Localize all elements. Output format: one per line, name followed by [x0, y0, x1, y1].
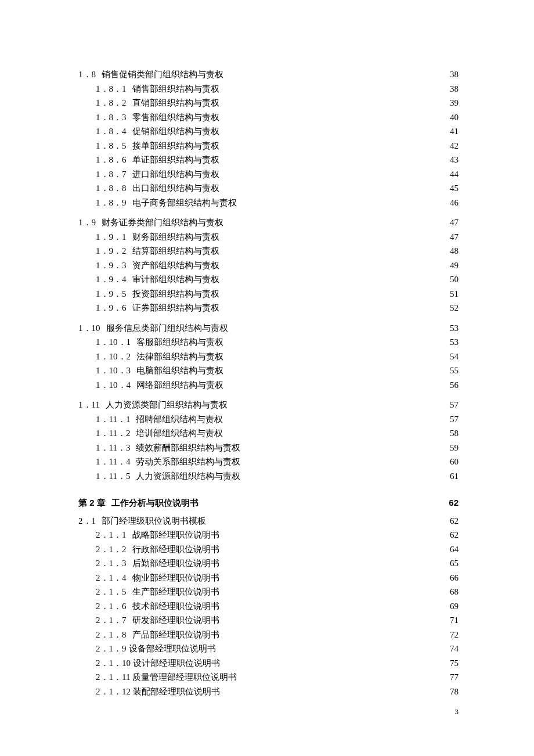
toc-entry-page: 38: [450, 82, 459, 96]
toc-group-gap: [78, 392, 459, 398]
toc-entry-title: 后勤部经理职位说明书: [132, 556, 219, 571]
toc-entry-page: 64: [450, 542, 459, 557]
toc-entry: 2．1．7研发部经理职位说明书71: [96, 613, 459, 628]
toc-entry: 2．1．11质量管理部经理职位说明书77: [96, 670, 459, 685]
toc-entry-page: 74: [450, 642, 459, 656]
toc-entry-page: 56: [450, 378, 459, 393]
toc-entry-number: 1．11．2: [96, 426, 130, 441]
toc-entry-title: 电脑部组织结构与责权: [136, 363, 223, 378]
toc-entry: 2．1．10设计部经理职位说明书75: [96, 656, 459, 671]
toc-entry-title: 培训部组织结构与责权: [136, 426, 223, 441]
toc-entry-title: 战略部经理职位说明书: [132, 528, 219, 542]
toc-entry-page: 53: [450, 321, 459, 336]
toc-entry: 1．8．2直销部组织结构与责权39: [96, 96, 459, 110]
toc-entry: 2．1．2行政部经理职位说明书64: [96, 542, 459, 557]
toc-entry: 1．9．2结算部组织结构与责权48: [96, 244, 459, 258]
toc-entry: 2．1．3后勤部经理职位说明书65: [96, 556, 459, 571]
toc-entry-title: 财务部组织结构与责权: [132, 230, 219, 244]
toc-entry-number: 2．1: [78, 514, 96, 528]
toc-entry-title: 资产部组织结构与责权: [132, 258, 219, 273]
toc-entry-title: 装配部经理职位说明书: [133, 685, 220, 699]
toc-entry-number: 1．9．3: [96, 258, 127, 273]
toc-entry-page: 72: [450, 628, 459, 642]
toc-entry-number: 1．10．2: [96, 350, 131, 364]
toc-entry: 2．1．1战略部经理职位说明书62: [96, 528, 459, 542]
toc-entry: 1．11人力资源类部门组织结构与责权57: [78, 398, 459, 412]
toc-entry: 1．8．7进口部组织结构与责权44: [96, 167, 459, 182]
toc-entry-number: 2．1．1: [96, 528, 127, 542]
toc-entry: 1．8．8出口部组织结构与责权45: [96, 181, 459, 196]
toc-entry-number: 1．9．1: [96, 230, 127, 244]
toc-entry-number: 1．8．2: [96, 96, 127, 110]
toc-entry: 1．9．1财务部组织结构与责权47: [96, 230, 459, 244]
toc-entry-title: 质量管理部经理职位说明书: [132, 670, 237, 685]
toc-entry-title: 投资部组织结构与责权: [132, 287, 219, 301]
toc-group-gap: [78, 315, 459, 321]
toc-entry-page: 55: [450, 363, 459, 378]
toc-entry-number: 1．8．7: [96, 167, 127, 182]
toc-group-gap: [78, 210, 459, 215]
toc-entry-page: 53: [450, 335, 459, 350]
toc-entry-page: 39: [450, 96, 459, 110]
toc-entry-page: 45: [450, 181, 459, 196]
toc-entry-number: 2．1．9: [96, 642, 127, 656]
document-page: 1．8销售促销类部门组织结构与责权381．8．1销售部组织结构与责权381．8．…: [0, 0, 534, 756]
toc-entry-page: 75: [450, 656, 459, 671]
toc-entry: 1．11．4劳动关系部组织结构与责权60: [96, 455, 459, 469]
toc-entry-number: 1．8．5: [96, 139, 127, 153]
toc-entry-number: 2．1．10: [96, 656, 131, 671]
toc-entry: 1．10．2法律部组织结构与责权54: [96, 350, 459, 364]
toc-entry-title: 结算部组织结构与责权: [132, 244, 219, 258]
toc-entry-page: 57: [450, 398, 459, 412]
toc-entry-page: 69: [450, 599, 459, 614]
toc-entry: 1．9．5投资部组织结构与责权51: [96, 287, 459, 301]
toc-entry-number: 1．9．2: [96, 244, 127, 258]
toc-entry: 1．11．5人力资源部组织结构与责权61: [96, 469, 459, 484]
toc-entry-title: 促销部组织结构与责权: [132, 124, 219, 139]
toc-entry-number: 1．8．3: [96, 110, 127, 125]
toc-entry-title: 直销部组织结构与责权: [132, 96, 219, 110]
toc-entry-page: 62: [449, 496, 459, 510]
toc-entry-page: 50: [450, 272, 459, 287]
toc-entry-page: 44: [450, 167, 459, 182]
toc-entry-title: 零售部组织结构与责权: [132, 110, 219, 125]
toc-entry-page: 59: [450, 441, 459, 455]
toc-entry-number: 2．1．11: [96, 670, 130, 685]
toc-entry-title: 销售部组织结构与责权: [132, 82, 219, 96]
toc-entry: 1．9财务证券类部门组织结构与责权47: [78, 215, 459, 230]
toc-entry-page: 47: [450, 230, 459, 244]
toc-entry-page: 61: [450, 469, 459, 484]
toc-entry: 1．11．3绩效薪酬部组织结构与责权59: [96, 441, 459, 455]
toc-entry-number: 2．1．4: [96, 571, 127, 585]
toc-entry-page: 42: [450, 139, 459, 153]
toc-entry-page: 46: [450, 196, 459, 210]
toc-entry-title: 法律部组织结构与责权: [136, 350, 223, 364]
toc-entry-page: 40: [450, 110, 459, 125]
toc-entry: 2．1．5生产部经理职位说明书68: [96, 585, 459, 599]
toc-entry-title: 服务信息类部门组织结构与责权: [106, 321, 228, 336]
toc-entry-page: 57: [450, 412, 459, 427]
toc-entry: 1．8．1销售部组织结构与责权38: [96, 82, 459, 96]
toc-entry-title: 网络部组织结构与责权: [136, 378, 223, 393]
toc-entry-title: 产品部经理职位说明书: [132, 628, 219, 642]
toc-entry-title: 出口部组织结构与责权: [132, 181, 219, 196]
toc-entry-page: 41: [450, 124, 459, 139]
toc-entry-title: 接单部组织结构与责权: [132, 139, 219, 153]
toc-entry: 第 2 章工作分析与职位说明书62: [78, 496, 459, 510]
toc-entry-number: 2．1．12: [96, 685, 131, 699]
toc-entry-number: 1．9: [78, 215, 96, 230]
toc-entry-title: 行政部经理职位说明书: [132, 542, 219, 557]
toc-entry-title: 证券部组织结构与责权: [132, 301, 219, 315]
toc-entry-number: 1．9．4: [96, 272, 127, 287]
toc-entry: 1．8．5接单部组织结构与责权42: [96, 139, 459, 153]
toc-entry-page: 54: [450, 350, 459, 364]
toc-entry-number: 2．1．2: [96, 542, 127, 557]
toc-entry-page: 52: [450, 301, 459, 315]
toc-entry: 2．1．4物业部经理职位说明书66: [96, 571, 459, 585]
toc-entry-number: 1．8．6: [96, 153, 127, 167]
toc-entry: 1．10．3电脑部组织结构与责权55: [96, 363, 459, 378]
toc-entry-page: 47: [450, 215, 459, 230]
toc-entry-title: 单证部组织结构与责权: [132, 153, 219, 167]
toc-entry-page: 48: [450, 244, 459, 258]
toc-entry: 2．1．8产品部经理职位说明书72: [96, 628, 459, 642]
